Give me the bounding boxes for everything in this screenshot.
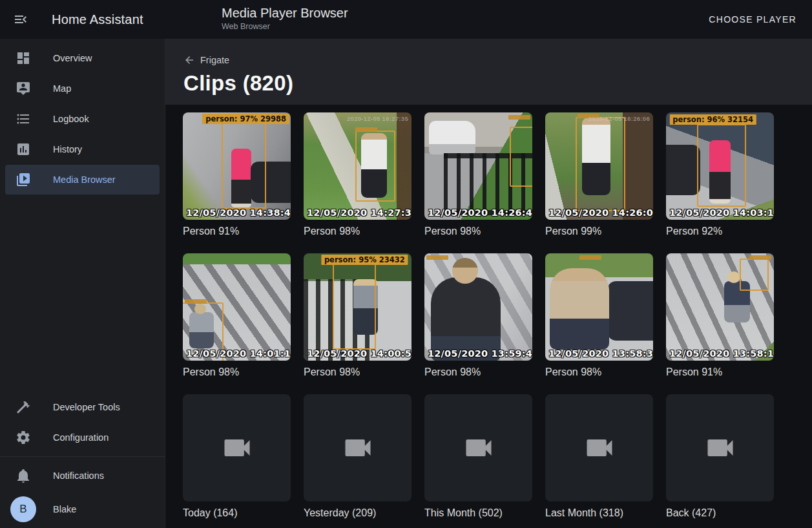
camera-timestamp: 2020-12-05 16:27:35 bbox=[347, 115, 408, 122]
clip-timestamp-overlay: 12/05/2020 14:03:17 bbox=[669, 207, 774, 218]
sidebar: Overview Map Logbook History Media Brows… bbox=[0, 39, 165, 528]
breadcrumb-back[interactable]: Frigate bbox=[183, 54, 229, 66]
detection-label-chip bbox=[355, 127, 377, 132]
clip-thumbnail: 12/05/2020 14:26:48 bbox=[424, 112, 532, 220]
sidebar-item-notifications[interactable]: Notifications bbox=[5, 461, 160, 491]
sidebar-item-label: History bbox=[53, 144, 82, 154]
camera-timestamp: 2020-12-05 16:26:06 bbox=[588, 115, 650, 122]
folder-tile-this-month[interactable]: This Month (502) bbox=[424, 394, 532, 519]
cog-icon bbox=[16, 430, 31, 445]
clip-label: Person 92% bbox=[666, 226, 774, 237]
folder-tile-today[interactable]: Today (164) bbox=[183, 394, 291, 519]
sidebar-divider bbox=[0, 456, 165, 457]
sidebar-item-media-browser[interactable]: Media Browser bbox=[5, 165, 160, 195]
sidebar-item-label: Notifications bbox=[53, 470, 104, 481]
folder-thumbnail bbox=[304, 394, 411, 502]
clip-tile[interactable]: 12/05/2020 14:26:48 Person 98% bbox=[424, 112, 532, 237]
detection-label-chip bbox=[508, 115, 530, 120]
clip-tile[interactable]: 2020-12-05 16:26:06 12/05/2020 14:26:07 … bbox=[545, 112, 653, 237]
clip-timestamp-overlay: 12/05/2020 14:27:35 bbox=[307, 207, 411, 218]
menu-open-icon[interactable] bbox=[13, 12, 28, 27]
detection-bounding-box bbox=[355, 131, 395, 202]
sidebar-item-label: Media Browser bbox=[53, 174, 116, 185]
clip-thumbnail: 12/05/2020 13:58:17 bbox=[666, 253, 774, 361]
sidebar-item-user[interactable]: B Blake bbox=[5, 491, 160, 527]
sidebar-item-overview[interactable]: Overview bbox=[5, 43, 160, 73]
clip-tile[interactable]: 12/05/2020 13:58:17 Person 91% bbox=[666, 253, 774, 378]
sidebar-item-label: Configuration bbox=[53, 432, 109, 443]
chart-box-icon bbox=[16, 142, 31, 157]
clip-timestamp-overlay: 12/05/2020 14:26:48 bbox=[428, 207, 532, 218]
clip-timestamp-overlay: 12/05/2020 13:59:49 bbox=[428, 348, 532, 359]
app-header: Home Assistant Media Player Browser Web … bbox=[0, 0, 812, 39]
clip-label: Person 98% bbox=[304, 366, 411, 378]
folder-thumbnail bbox=[666, 394, 774, 502]
detection-label-chip bbox=[749, 255, 771, 260]
clip-label: Person 98% bbox=[424, 366, 532, 378]
page-header-block: Media Player Browser Web Browser bbox=[222, 5, 348, 31]
sidebar-item-history[interactable]: History bbox=[5, 134, 160, 164]
clip-tile[interactable]: person: 97% 29988 12/05/2020 14:38:47 Pe… bbox=[183, 112, 291, 237]
sidebar-item-map[interactable]: Map bbox=[5, 74, 160, 103]
play-box-multiple-icon bbox=[16, 172, 31, 187]
folder-thumbnail bbox=[545, 394, 653, 502]
clip-timestamp-overlay: 12/05/2020 14:38:47 bbox=[186, 207, 291, 218]
bell-icon bbox=[16, 468, 31, 483]
clip-thumbnail: 12/05/2020 13:59:49 bbox=[424, 253, 532, 361]
clip-thumbnail: 2020-12-05 16:27:35 12/05/2020 14:27:35 bbox=[304, 112, 411, 220]
hammer-icon bbox=[16, 399, 31, 415]
clip-label: Person 98% bbox=[545, 366, 653, 378]
clip-thumbnail: 12/05/2020 13:58:30 bbox=[545, 253, 653, 361]
video-camera-icon bbox=[583, 431, 616, 465]
clip-thumbnail: person: 95% 23432 12/05/2020 14:00:52 bbox=[304, 253, 411, 361]
sidebar-item-logbook[interactable]: Logbook bbox=[5, 104, 160, 134]
folder-label: Last Month (318) bbox=[545, 507, 653, 519]
clip-timestamp-overlay: 12/05/2020 14:00:52 bbox=[307, 348, 411, 359]
clip-thumbnail: 2020-12-05 16:26:06 12/05/2020 14:26:07 bbox=[545, 112, 653, 220]
detection-bounding-box bbox=[740, 259, 769, 291]
media-browser-content: Frigate Clips (820) person: 97% 29988 12… bbox=[165, 39, 812, 528]
sidebar-item-label: Overview bbox=[53, 53, 92, 63]
detection-label-chip bbox=[579, 255, 601, 260]
sidebar-item-developer-tools[interactable]: Developer Tools bbox=[5, 392, 160, 422]
clip-label: Person 98% bbox=[183, 366, 291, 378]
detection-bounding-box bbox=[222, 121, 265, 209]
clip-thumbnail: 12/05/2020 14:01:14 bbox=[183, 253, 291, 361]
detection-label-chip: person: 96% 32154 bbox=[669, 114, 756, 125]
panel-subtitle: Web Browser bbox=[222, 22, 348, 31]
folder-label: Back (427) bbox=[666, 507, 774, 519]
clip-tile[interactable]: person: 95% 23432 12/05/2020 14:00:52 Pe… bbox=[304, 253, 411, 378]
detection-label-chip: person: 97% 29988 bbox=[202, 114, 289, 124]
content-header: Frigate Clips (820) bbox=[165, 39, 812, 105]
folder-label: This Month (502) bbox=[424, 507, 532, 519]
page-title: Clips (820) bbox=[183, 71, 794, 96]
breadcrumb-label: Frigate bbox=[200, 55, 229, 65]
video-camera-icon bbox=[462, 431, 495, 465]
choose-player-button[interactable]: CHOOSE PLAYER bbox=[703, 0, 802, 39]
clip-label: Person 99% bbox=[545, 226, 653, 237]
clip-tile[interactable]: 12/05/2020 13:59:49 Person 98% bbox=[424, 253, 532, 378]
sidebar-item-configuration[interactable]: Configuration bbox=[5, 423, 160, 452]
folder-tile-yesterday[interactable]: Yesterday (209) bbox=[304, 394, 411, 519]
detection-bounding-box bbox=[576, 117, 625, 211]
folder-tile-last-month[interactable]: Last Month (318) bbox=[545, 394, 653, 519]
folder-label: Yesterday (209) bbox=[304, 507, 411, 519]
folder-tile-back[interactable]: Back (427) bbox=[666, 394, 774, 519]
video-camera-icon bbox=[341, 431, 375, 465]
clip-tile[interactable]: person: 96% 32154 12/05/2020 14:03:17 Pe… bbox=[666, 112, 774, 237]
sidebar-item-label: Logbook bbox=[53, 114, 89, 124]
clip-tile[interactable]: 12/05/2020 14:01:14 Person 98% bbox=[183, 253, 291, 378]
tooltip-account-icon bbox=[16, 81, 31, 96]
clip-timestamp-overlay: 12/05/2020 14:26:07 bbox=[548, 207, 653, 218]
video-camera-icon bbox=[220, 431, 254, 465]
arrow-left-icon bbox=[183, 54, 195, 66]
avatar: B bbox=[10, 496, 36, 522]
clip-thumbnail: person: 96% 32154 12/05/2020 14:03:17 bbox=[666, 112, 774, 220]
sidebar-item-label: Map bbox=[53, 83, 71, 94]
clip-label: Person 91% bbox=[183, 226, 291, 237]
clip-timestamp-overlay: 12/05/2020 13:58:30 bbox=[548, 348, 653, 359]
app-title: Home Assistant bbox=[52, 12, 143, 27]
clip-tile[interactable]: 12/05/2020 13:58:30 Person 98% bbox=[545, 253, 653, 378]
folder-label: Today (164) bbox=[183, 507, 291, 519]
clip-tile[interactable]: 2020-12-05 16:27:35 12/05/2020 14:27:35 … bbox=[304, 112, 411, 237]
